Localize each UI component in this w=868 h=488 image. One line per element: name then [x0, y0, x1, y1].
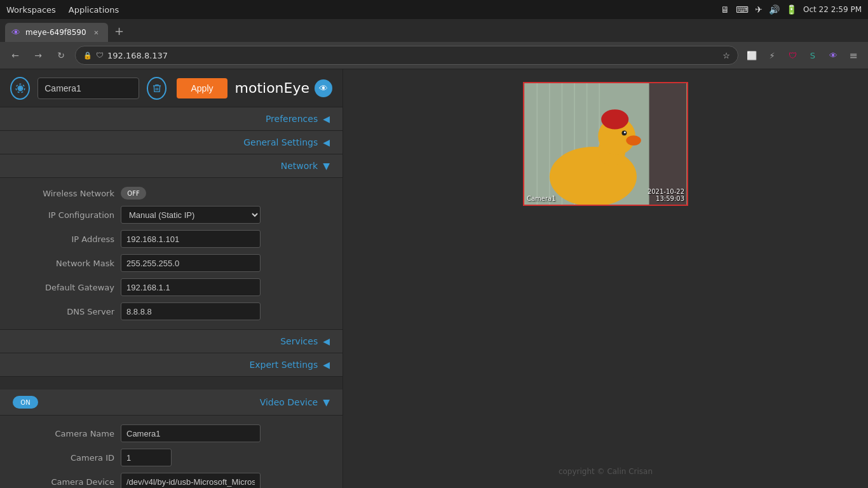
copyright-text: copyright © Calin Crisan [559, 467, 653, 476]
address-bar[interactable]: 🔒 🛡 192.168.8.137 ☆ [75, 46, 738, 65]
address-text[interactable]: 192.168.8.137 [107, 51, 168, 60]
expert-settings-section-header[interactable]: Expert Settings ◀ [0, 353, 342, 377]
wireless-network-label: Wireless Network [13, 189, 114, 198]
svg-point-16 [624, 132, 626, 133]
vd-camera-id-row: Camera ID [13, 449, 330, 466]
network-label: Network [281, 161, 318, 171]
address-star-icon[interactable]: ☆ [722, 51, 730, 60]
network-arrow-icon: ▼ [323, 161, 330, 171]
preferences-section-header[interactable]: Preferences ◀ [0, 107, 342, 131]
vd-camera-id-input[interactable] [121, 449, 172, 466]
camera-feed: Camera1 2021-10-22 13:59:03 [523, 82, 688, 206]
services-section-header[interactable]: Services ◀ [0, 330, 342, 353]
duck-scene [524, 83, 687, 205]
camera-icon-button[interactable] [10, 77, 30, 100]
video-device-settings: Camera Name Camera ID Camera Device Came… [0, 416, 342, 488]
tab-bar: 👁 meye-649f8590 ✕ + [0, 19, 868, 42]
delete-camera-button[interactable] [147, 77, 166, 100]
tab-close-button[interactable]: ✕ [92, 27, 102, 37]
svg-rect-10 [649, 83, 687, 205]
apply-button[interactable]: Apply [177, 78, 227, 98]
camera-overlay-label: Camera1 [527, 195, 556, 202]
svg-point-19 [567, 318, 644, 395]
video-device-toggle[interactable]: ON [13, 396, 38, 409]
svg-point-2 [18, 86, 22, 90]
network-settings: Wireless Network OFF IP Configuration Ma… [0, 178, 342, 330]
tray-icon-battery: 🔋 [786, 4, 797, 15]
workspaces-menu[interactable]: Workspaces [6, 5, 56, 15]
default-gateway-input[interactable] [121, 278, 261, 296]
os-bar-left: Workspaces Applications [6, 5, 119, 15]
ip-config-select[interactable]: Manual (Static IP) [121, 206, 261, 224]
camera-feed-inner [524, 83, 687, 205]
ip-address-label: IP Address [13, 234, 114, 244]
camera-overlay-timestamp: 2021-10-22 13:59:03 [648, 188, 684, 202]
tray-icon-volume: 🔊 [769, 4, 780, 15]
expert-settings-arrow-icon: ◀ [323, 360, 330, 370]
address-lock-icon: 🔒 [83, 51, 92, 60]
extension-icon[interactable]: S [804, 47, 821, 64]
svg-point-20 [587, 337, 625, 376]
vd-camera-name-row: Camera Name [13, 424, 330, 442]
reload-button[interactable]: ↻ [52, 46, 70, 64]
expert-settings-label: Expert Settings [249, 360, 318, 370]
default-gateway-label: Default Gateway [13, 283, 114, 292]
vd-camera-name-label: Camera Name [13, 429, 114, 438]
back-button[interactable]: ← [6, 46, 24, 64]
ublock-icon[interactable]: 🛡 [784, 47, 801, 64]
pocket-icon[interactable]: ⬜ [743, 47, 760, 64]
svg-point-23 [574, 359, 594, 379]
camera-name-input[interactable] [37, 78, 139, 99]
left-panel: Apply motionEye 👁 Preferences ◀ General … [0, 69, 343, 488]
os-bar-right: 🖥 ⌨ ✈ 🔊 🔋 Oct 22 2:59 PM [721, 4, 862, 15]
firefox-sync-icon[interactable]: ⚡ [764, 47, 780, 64]
services-label: Services [280, 336, 318, 346]
camera-icon [15, 83, 26, 94]
app-header: Apply motionEye 👁 [0, 69, 342, 107]
browser-tab-active[interactable]: 👁 meye-649f8590 ✕ [5, 23, 108, 42]
general-settings-label: General Settings [243, 137, 318, 147]
logo-eye-icon: 👁 [315, 79, 332, 97]
os-datetime: Oct 22 2:59 PM [803, 5, 862, 14]
vd-camera-id-label: Camera ID [13, 453, 114, 463]
vd-camera-device-row: Camera Device [13, 473, 330, 488]
svg-point-14 [601, 109, 628, 129]
trash-icon [152, 83, 162, 93]
right-panel: Camera1 2021-10-22 13:59:03 copyright © … [343, 69, 868, 488]
bg-logo-svg [542, 293, 669, 420]
wireless-network-toggle[interactable]: OFF [121, 187, 146, 200]
os-bar: Workspaces Applications 🖥 ⌨ ✈ 🔊 🔋 Oct 22… [0, 0, 868, 19]
svg-point-18 [548, 299, 663, 414]
video-device-arrow-icon: ▼ [323, 397, 330, 407]
network-mask-input[interactable] [121, 254, 261, 272]
applications-menu[interactable]: Applications [69, 5, 119, 15]
address-shield-icon: 🛡 [96, 51, 104, 60]
browser-nav-icons: ⬜ ⚡ 🛡 S 👁 ≡ [743, 47, 862, 64]
dns-server-input[interactable] [121, 302, 261, 320]
logo-text: motionEye [235, 80, 310, 96]
ip-config-label: IP Configuration [13, 210, 114, 220]
motioneye-ext-icon[interactable]: 👁 [825, 47, 841, 64]
tray-icon-display: 🖥 [721, 4, 729, 15]
app-container: Apply motionEye 👁 Preferences ◀ General … [0, 69, 868, 488]
dns-server-row: DNS Server [13, 302, 330, 320]
forward-button[interactable]: → [29, 46, 47, 64]
browser-chrome: 👁 meye-649f8590 ✕ + ← → ↻ 🔒 🛡 192.168.8.… [0, 19, 868, 69]
menu-icon[interactable]: ≡ [845, 47, 862, 64]
camera-scene-svg [524, 83, 687, 205]
vd-camera-device-input[interactable] [121, 473, 261, 488]
vd-camera-name-input[interactable] [121, 424, 261, 442]
general-settings-section-header[interactable]: General Settings ◀ [0, 131, 342, 154]
tab-favicon: 👁 [11, 27, 20, 37]
dns-server-label: DNS Server [13, 307, 114, 316]
video-device-section-header[interactable]: ON Video Device ▼ [0, 390, 342, 416]
tab-title: meye-649f8590 [25, 28, 86, 37]
background-logo-watermark [542, 293, 669, 438]
tray-icon-airplane: ✈ [755, 4, 763, 15]
network-section-header[interactable]: Network ▼ [0, 154, 342, 178]
ip-address-input[interactable] [121, 230, 261, 248]
motioneye-logo: motionEye 👁 [235, 79, 333, 97]
ip-config-row: IP Configuration Manual (Static IP) [13, 206, 330, 224]
general-settings-arrow-icon: ◀ [323, 137, 330, 147]
new-tab-button[interactable]: + [111, 22, 128, 39]
